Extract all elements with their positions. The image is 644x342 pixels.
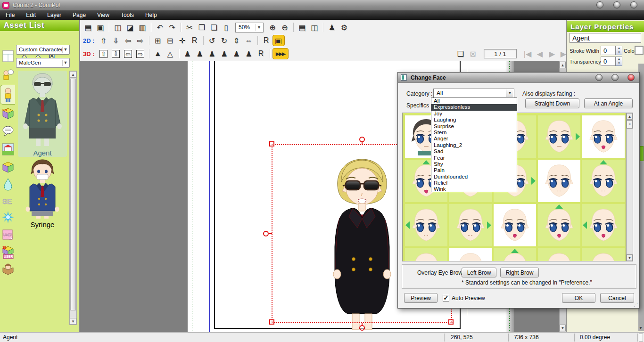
face-option[interactable] (494, 204, 536, 246)
tab-character[interactable] (0, 85, 15, 105)
tab-user-2d[interactable]: USER (1, 227, 15, 243)
face-category-option[interactable]: Expressionless (431, 104, 517, 110)
ok-button[interactable]: OK (562, 293, 595, 303)
face-category-option[interactable]: Laughing (431, 117, 517, 123)
tab-user-3d[interactable]: USER3D (1, 244, 15, 260)
face-category-option[interactable]: All (431, 98, 517, 104)
face-option[interactable] (405, 248, 447, 261)
face-grid-scrollbar[interactable]: ▲ ≡ ▼ (626, 113, 633, 261)
face-category-option[interactable]: Relief (431, 180, 517, 186)
spin-figure-right-icon[interactable]: ♟ (218, 48, 231, 59)
export-page-icon[interactable]: ◪ (124, 22, 136, 33)
move-up-3d-icon[interactable]: ⇧ (98, 48, 110, 59)
tab-background[interactable] (1, 141, 15, 157)
rotation-handle-bottom[interactable] (359, 325, 365, 331)
face-option[interactable] (538, 115, 580, 158)
face-option[interactable] (449, 248, 492, 261)
selection-handle-bottom-right[interactable] (448, 319, 454, 325)
face-option[interactable] (449, 204, 492, 246)
zoom-out-icon[interactable]: ⊖ (279, 22, 291, 33)
tab-sound-effect[interactable]: SE (1, 193, 15, 209)
scroll-down-icon[interactable]: ▼ (560, 325, 566, 331)
move-away-icon[interactable]: △ (164, 48, 176, 59)
face-category-option[interactable]: Fear (431, 155, 517, 161)
reset-scale-icon[interactable]: R (189, 35, 201, 46)
character-agent[interactable] (325, 156, 399, 330)
face-option[interactable] (582, 115, 625, 158)
scroll-up-icon[interactable]: ▲ (560, 62, 566, 68)
move-down-2d-icon[interactable]: ⇩ (110, 35, 122, 46)
face-option[interactable] (582, 204, 625, 246)
close-button[interactable] (630, 1, 637, 8)
menu-view[interactable]: View (91, 10, 115, 20)
fit-to-frame-icon[interactable]: ▣ (272, 35, 285, 46)
print-icon[interactable]: ▥ (136, 22, 149, 33)
tab-3d-scene[interactable]: 3D (1, 106, 15, 122)
scrollbar-thumb[interactable]: ≡ (627, 120, 633, 129)
asset-category-select[interactable]: Custom Character ▼ (16, 45, 70, 55)
scroll-up-icon[interactable]: ▲ (70, 71, 76, 78)
face-option[interactable] (582, 248, 625, 261)
tab-effect[interactable] (1, 209, 15, 225)
character-mode-icon[interactable]: ♟ (326, 22, 338, 33)
maximize-button[interactable] (613, 1, 620, 8)
preview-button[interactable]: Preview (404, 293, 438, 303)
move-closer-icon[interactable]: ▲ (152, 48, 164, 59)
menu-layer[interactable]: Layer (41, 10, 67, 20)
move-down-3d-icon[interactable]: ⇩ (110, 48, 122, 59)
face-option[interactable] (582, 160, 625, 202)
move-right-3d-icon[interactable]: ⇨ (134, 48, 147, 59)
spin-figure-left-icon[interactable]: ♟ (206, 48, 218, 59)
asset-list-scrollbar[interactable]: ▲ ▼ (69, 71, 77, 325)
reset-pose-icon[interactable]: R (255, 48, 267, 59)
face-option[interactable] (538, 204, 580, 246)
auto-preview-checkbox[interactable]: ✓ (443, 295, 449, 301)
scroll-down-icon[interactable]: ▼ (70, 318, 76, 325)
minimize-button[interactable] (596, 1, 603, 8)
facing-page-view-icon[interactable]: ◫ (308, 22, 321, 33)
face-category-option[interactable]: Anger (431, 136, 517, 142)
face-option[interactable] (538, 160, 580, 202)
rotate-figure-right-icon[interactable]: ♟ (194, 48, 206, 59)
scroll-down-icon[interactable]: ▼ (627, 254, 633, 261)
dialog-close-button[interactable] (627, 74, 635, 81)
tilt-figure-right-icon[interactable]: ♟ (243, 48, 255, 59)
add-page-icon[interactable]: ❏ (454, 48, 467, 59)
dialog-maximize-button[interactable] (611, 74, 619, 81)
stroke-width-stepper[interactable]: ▲▼ (616, 46, 622, 55)
move-up-2d-icon[interactable]: ⇧ (98, 35, 110, 46)
rotate-cw-icon[interactable]: ↻ (218, 35, 231, 46)
resize-grip[interactable]: ⋰ (634, 302, 638, 307)
asset-item-syringe[interactable]: Syringe (18, 158, 67, 228)
flip-vertical-icon[interactable]: ⇕ (231, 35, 243, 46)
move-right-2d-icon[interactable]: ⇨ (134, 35, 147, 46)
face-option[interactable] (405, 204, 447, 246)
color-swatch[interactable] (635, 46, 644, 55)
at-an-angle-button[interactable]: At an Angle (584, 98, 633, 108)
menu-tools[interactable]: Tools (115, 10, 140, 20)
scrollbar-thumb[interactable] (70, 79, 76, 310)
rotate-figure-left-icon[interactable]: ♟ (182, 48, 194, 59)
scroll-up-icon[interactable]: ▲ (627, 113, 633, 120)
enlarge-icon[interactable]: ⊞ (152, 35, 164, 46)
tab-panel-layout[interactable] (1, 48, 15, 64)
tab-item[interactable] (1, 159, 15, 175)
face-option[interactable] (538, 248, 580, 261)
layer-name-field[interactable]: Agent (570, 33, 641, 43)
face-category-option[interactable]: Shy (431, 161, 517, 167)
quick-action-icon[interactable]: ▶▶▶ (272, 48, 289, 59)
move-left-2d-icon[interactable]: ⇦ (122, 35, 134, 46)
transparency-stepper[interactable]: ▲▼ (616, 57, 622, 66)
flip-horizontal-icon[interactable]: ⇔ (243, 35, 255, 46)
face-category-option[interactable]: Pain (431, 167, 517, 173)
stroke-width-field[interactable]: 0 (601, 46, 616, 55)
rotation-handle-left[interactable] (263, 231, 269, 236)
free-move-icon[interactable]: ✛ (176, 35, 189, 46)
single-page-view-icon[interactable]: ▤ (296, 22, 308, 33)
zoom-in-icon[interactable]: ⊕ (266, 22, 279, 33)
copy-icon[interactable]: ❐ (196, 22, 208, 33)
dialog-title-bar[interactable]: Change Face (398, 73, 639, 83)
settings-3d-icon[interactable]: ⚙ (338, 22, 350, 33)
menu-edit[interactable]: Edit (20, 10, 41, 20)
transparency-field[interactable]: 0 (601, 57, 616, 66)
